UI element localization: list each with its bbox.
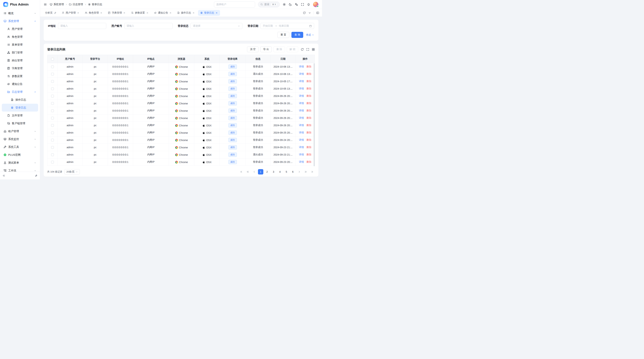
page-6-button[interactable]: 6 [290, 169, 296, 174]
row-checkbox[interactable] [51, 124, 54, 127]
sidebar-item-login-log[interactable]: 登录日志 [2, 104, 38, 112]
sidebar-item-tenant-mgmt[interactable]: 租户管理 [2, 127, 38, 135]
notifications-bell-icon[interactable] [307, 3, 310, 6]
column-settings-icon[interactable] [312, 48, 315, 51]
query-button[interactable]: 查 询 [292, 32, 303, 38]
translate-icon[interactable] [295, 3, 298, 6]
delete-link[interactable]: 删除 [306, 87, 312, 90]
sidebar-item-param-settings[interactable]: 参数设置 [2, 72, 38, 80]
page-5-button[interactable]: 5 [284, 169, 289, 174]
refresh-tab-icon[interactable] [303, 11, 306, 14]
delete-link[interactable]: 删除 [306, 124, 312, 127]
tab-analysis[interactable]: 分析页 [43, 10, 58, 16]
hamburger-menu-icon[interactable] [44, 3, 47, 6]
breadcrumb-item[interactable]: 系统管理 [50, 3, 64, 6]
delete-link[interactable]: 删除 [306, 65, 312, 68]
delete-link[interactable]: 删除 [306, 102, 312, 105]
row-checkbox[interactable] [51, 109, 54, 112]
page-prev2-button[interactable] [245, 169, 250, 174]
detail-link[interactable]: 详情 [299, 65, 304, 68]
row-checkbox[interactable] [51, 161, 54, 163]
close-tab-icon[interactable] [146, 12, 149, 14]
status-select[interactable]: 请选择 [190, 23, 242, 29]
sidebar-item-test-menu[interactable]: 测试菜单 [2, 159, 38, 167]
close-tab-icon[interactable] [216, 12, 218, 14]
row-checkbox[interactable] [51, 65, 54, 68]
table-scrollbar[interactable] [314, 63, 315, 166]
toolbar-delete-button[interactable]: 删 除 [274, 46, 285, 52]
close-tab-icon[interactable] [123, 12, 126, 14]
sidebar-item-workflow[interactable]: 工作流 [2, 167, 38, 172]
row-checkbox[interactable] [51, 87, 54, 90]
toolbar-export-button[interactable]: 导 出 [260, 46, 272, 52]
row-checkbox[interactable] [51, 95, 54, 97]
row-checkbox[interactable] [51, 73, 54, 75]
fullscreen-icon[interactable] [301, 3, 304, 6]
row-checkbox[interactable] [51, 80, 54, 83]
login-date-range-picker[interactable]: 开始日期结束日期 [260, 23, 314, 29]
user-avatar[interactable] [313, 2, 318, 7]
page-4-button[interactable]: 4 [277, 169, 283, 174]
tab-user-mgmt[interactable]: 用户管理 [60, 10, 82, 16]
detail-link[interactable]: 详情 [299, 160, 304, 163]
page-prev-button[interactable] [252, 169, 257, 174]
sidebar-item-dict-mgmt[interactable]: 字典管理 [2, 64, 38, 72]
tab-notice[interactable]: 通知公告 [152, 10, 174, 16]
sidebar-item-sys-monitor[interactable]: 系统监控 [2, 135, 38, 143]
row-checkbox[interactable] [51, 153, 54, 156]
delete-link[interactable]: 删除 [306, 160, 312, 163]
detail-link[interactable]: 详情 [299, 80, 304, 83]
delete-link[interactable]: 删除 [306, 131, 312, 134]
sidebar-item-dept-mgmt[interactable]: 部门管理 [2, 49, 38, 56]
breadcrumb-item[interactable]: 日志管理 [69, 3, 83, 6]
pin-icon[interactable] [54, 12, 56, 14]
sidebar-item-role-mgmt[interactable]: 角色管理 [2, 33, 38, 41]
page-size-select[interactable]: 20条/页 [64, 169, 80, 174]
page-3-button[interactable]: 3 [271, 169, 276, 174]
tab-op-log[interactable]: 操作日志 [175, 10, 197, 16]
refresh-table-icon[interactable] [301, 48, 304, 51]
detail-link[interactable]: 详情 [299, 72, 304, 75]
delete-link[interactable]: 删除 [306, 153, 312, 156]
fullscreen-table-icon[interactable] [306, 48, 309, 51]
delete-link[interactable]: 删除 [306, 146, 312, 149]
ip-input[interactable]: 请输入 [58, 23, 106, 29]
sidebar-item-client-mgmt[interactable]: 客户端管理 [2, 119, 38, 127]
toolbar-unlock-button[interactable]: 解 锁 [287, 46, 298, 52]
sidebar-item-post-mgmt[interactable]: 岗位管理 [2, 56, 38, 64]
row-checkbox[interactable] [51, 117, 54, 119]
sidebar-item-plus-site[interactable]: PLUS官网 [2, 151, 38, 159]
sidebar-pin-icon[interactable] [35, 174, 38, 177]
sidebar-item-sys-tools[interactable]: 系统工具 [2, 143, 38, 151]
page-next-button[interactable] [296, 169, 302, 174]
detail-link[interactable]: 详情 [299, 124, 304, 127]
delete-link[interactable]: 删除 [306, 109, 312, 112]
page-1-button[interactable]: 1 [258, 169, 263, 174]
global-search-button[interactable]: 搜索 ⌘ K [258, 1, 280, 7]
detail-link[interactable]: 详情 [299, 94, 304, 97]
tab-param-settings[interactable]: 参数设置 [129, 10, 151, 16]
page-next2-button[interactable] [303, 169, 308, 174]
detail-link[interactable]: 详情 [299, 109, 304, 112]
detail-link[interactable]: 详情 [299, 138, 304, 141]
delete-link[interactable]: 删除 [306, 94, 312, 97]
sidebar-collapse-icon[interactable] [2, 174, 5, 177]
select-all-checkbox[interactable] [51, 58, 54, 60]
row-checkbox[interactable] [51, 146, 54, 149]
sidebar-item-notice[interactable]: 通知公告 [2, 80, 38, 88]
tab-dict-mgmt[interactable]: 字典管理 [106, 10, 128, 16]
breadcrumb-item[interactable]: 登录日志 [88, 3, 102, 6]
close-tab-icon[interactable] [100, 12, 102, 14]
toolbar-clear-button[interactable]: 清 空 [247, 46, 258, 52]
sidebar-item-op-log[interactable]: 操作日志 [2, 96, 38, 104]
row-checkbox[interactable] [51, 131, 54, 134]
tenant-select[interactable]: 选择租户 [214, 1, 255, 7]
delete-link[interactable]: 删除 [306, 138, 312, 141]
detail-link[interactable]: 详情 [299, 102, 304, 105]
sidebar-item-user-mgmt[interactable]: 用户管理 [2, 25, 38, 33]
settings-gear-icon[interactable] [283, 3, 286, 6]
detail-link[interactable]: 详情 [299, 146, 304, 149]
detail-link[interactable]: 详情 [299, 87, 304, 90]
delete-link[interactable]: 删除 [306, 72, 312, 75]
collapse-filter-link[interactable]: 收起 [306, 33, 314, 36]
